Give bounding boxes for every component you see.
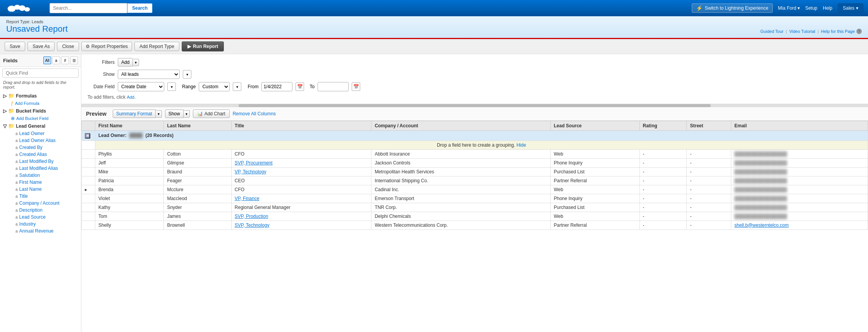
add-bucket-item[interactable]: ⊕ Add Bucket Field <box>0 115 81 122</box>
add-formula-link[interactable]: Add Formula <box>15 101 40 106</box>
field-icon: a <box>15 145 18 150</box>
field-item[interactable]: a Lead Owner Alias <box>0 137 81 144</box>
show-button[interactable]: Show <box>165 110 184 118</box>
date-field-caret[interactable]: ▾ <box>167 82 176 91</box>
field-item[interactable]: a Last Modified Alias <box>0 165 81 172</box>
field-item[interactable]: a Last Modified By <box>0 158 81 165</box>
filter-grid-button[interactable]: ☰ <box>70 56 78 64</box>
field-item[interactable]: a Description <box>0 207 81 214</box>
field-item[interactable]: a Annual Revenue <box>0 228 81 234</box>
help-page-link[interactable]: Help for this Page <box>821 29 855 34</box>
to-date-input[interactable] <box>318 82 349 91</box>
filters-area: Filters Add ▾ Show All leads ▾ Date Fiel… <box>81 54 868 104</box>
from-date-input[interactable] <box>261 82 292 91</box>
field-item[interactable]: a First Name <box>0 179 81 186</box>
field-item[interactable]: a Lead Source <box>0 214 81 221</box>
filter-alpha-button[interactable]: a <box>52 56 60 64</box>
title-link[interactable]: VP, Technology <box>235 169 266 175</box>
report-properties-button[interactable]: ⚙ Report Properties <box>81 42 132 51</box>
close-button[interactable]: Close <box>57 42 79 51</box>
setup-link[interactable]: Setup <box>805 5 817 11</box>
video-tutorial-link[interactable]: Video Tutorial <box>789 29 815 34</box>
field-item[interactable]: a Created By <box>0 144 81 151</box>
company-cell: Cadinal Inc. <box>371 185 550 194</box>
run-report-button[interactable]: ▶ Run Report <box>182 41 224 51</box>
run-report-label: Run Report <box>193 44 218 49</box>
add-report-type-button[interactable]: Add Report Type <box>134 42 179 51</box>
guided-tour-link[interactable]: Guided Tour <box>760 29 784 34</box>
first-name-cell: Patricia <box>95 176 164 185</box>
from-calendar-button[interactable]: 📅 <box>296 82 304 91</box>
show-dropdown-btn[interactable]: ▾ <box>183 70 191 79</box>
add-filter-caret[interactable]: ▾ <box>132 59 139 66</box>
field-tree: ▷ 📁 Formulas ƒ Add Formula ▷ 📁 Bucket Fi… <box>0 91 81 332</box>
email-cell: ████████████████ <box>731 212 868 221</box>
field-item[interactable]: a Salutation <box>0 172 81 179</box>
range-label: Range <box>182 84 196 89</box>
lead-general-label: Lead General <box>16 123 45 129</box>
add-filter-button[interactable]: Add <box>118 58 132 67</box>
email-cell: ████████████████ <box>731 158 868 167</box>
email-blurred: ████████████████ <box>734 151 787 157</box>
sales-app-button[interactable]: Sales ▾ <box>838 3 863 13</box>
table-row: Phyllis Cotton CFO Abbott Insurance Web … <box>82 149 868 158</box>
add-filters-link[interactable]: Add <box>127 95 134 99</box>
title-link[interactable]: SVP, Procurement <box>235 160 273 166</box>
summary-format-caret[interactable]: ▾ <box>156 110 162 118</box>
lightning-experience-button[interactable]: ⚡ Switch to Lightning Experience <box>692 3 772 13</box>
date-field-select[interactable]: Create Date <box>118 82 164 91</box>
add-chart-button[interactable]: 📊 Add Chart <box>193 110 230 118</box>
save-as-button[interactable]: Save As <box>28 42 55 51</box>
field-item[interactable]: a Created Alias <box>0 151 81 158</box>
formulas-group[interactable]: ▷ 📁 Formulas <box>0 92 81 100</box>
report-title-area: Report Type: Leads Unsaved Report <box>6 19 68 34</box>
filter-all-button[interactable]: All <box>43 56 51 64</box>
title-link[interactable]: SVP, Technology <box>235 222 270 228</box>
summary-format-button[interactable]: Summary Format <box>113 110 156 118</box>
rating-cell: - <box>639 149 687 158</box>
filter-hash-button[interactable]: # <box>61 56 69 64</box>
field-item[interactable]: a Last Name <box>0 186 81 193</box>
field-icon: a <box>15 166 18 171</box>
lead-general-group[interactable]: ▽ 📁 Lead General <box>0 122 81 130</box>
search-button[interactable]: Search <box>127 3 153 13</box>
title-cell: CFO <box>231 149 371 158</box>
show-control: Show ▾ <box>165 110 190 118</box>
email-cell: ████████████████ <box>731 185 868 194</box>
to-calendar-button[interactable]: 📅 <box>352 82 360 91</box>
company-cell: Western Telecommunications Corp. <box>371 221 550 229</box>
field-item[interactable]: a Company / Account <box>0 200 81 207</box>
add-formula-item[interactable]: ƒ Add Formula <box>0 100 81 107</box>
field-item[interactable]: a Title <box>0 193 81 200</box>
street-cell: - <box>687 212 731 221</box>
right-panel: Filters Add ▾ Show All leads ▾ Date Fiel… <box>81 54 868 332</box>
user-menu-button[interactable]: Mia Ford ▾ <box>778 5 800 11</box>
search-input[interactable] <box>50 3 127 13</box>
title-link[interactable]: VP, Finance <box>235 196 260 201</box>
rating-cell: - <box>639 176 687 185</box>
show-select[interactable]: All leads <box>118 70 180 79</box>
add-bucket-link[interactable]: Add Bucket Field <box>16 116 48 121</box>
range-select[interactable]: Custom <box>199 82 230 91</box>
field-item[interactable]: a Industry <box>0 221 81 228</box>
remove-all-columns-link[interactable]: Remove All Columns <box>233 111 276 116</box>
field-item[interactable]: a Lead Owner <box>0 130 81 137</box>
filter-icons: All a # ☰ <box>43 56 78 64</box>
last-name-cell: James <box>164 212 231 221</box>
title-link[interactable]: SVP, Production <box>235 214 268 219</box>
lightning-label: Switch to Lightning Experience <box>705 5 768 11</box>
email-link[interactable]: shell.b@westerntelco.com <box>734 222 789 228</box>
separator: | <box>786 29 787 34</box>
lead-owner-label: Lead Owner: <box>98 133 127 138</box>
save-button[interactable]: Save <box>5 42 25 51</box>
first-name-cell: Violet <box>95 194 164 203</box>
salesforce-logo: salesforce <box>5 2 43 14</box>
bucket-fields-group[interactable]: ▷ 📁 Bucket Fields <box>0 107 81 115</box>
hide-drop-zone-link[interactable]: Hide <box>516 142 526 148</box>
quick-find-input[interactable] <box>2 68 79 78</box>
show-caret[interactable]: ▾ <box>184 110 190 118</box>
title-cell: SVP, Procurement <box>231 158 371 167</box>
range-caret[interactable]: ▾ <box>233 82 241 91</box>
help-link[interactable]: Help <box>823 5 832 11</box>
group-collapse-button[interactable]: ▾ <box>85 133 90 139</box>
